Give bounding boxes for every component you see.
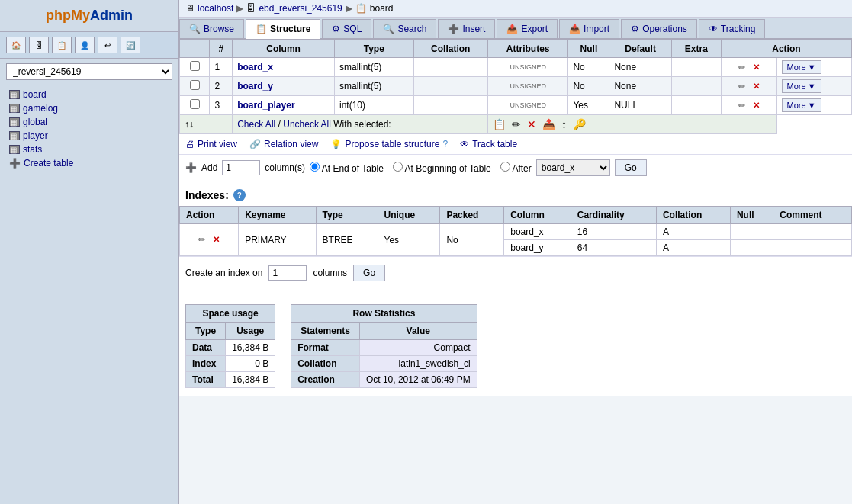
sidebar-item-global[interactable]: ▦ global	[6, 115, 172, 129]
sidebar-item-gamelog[interactable]: ▦ gamelog	[6, 101, 172, 115]
table-icon: ▦	[9, 131, 20, 140]
tab-import-label: Import	[584, 24, 609, 34]
end-of-table-radio[interactable]	[310, 162, 320, 172]
idx-collation-2: A	[656, 240, 730, 256]
col-header-attributes: Attributes	[487, 40, 568, 58]
uncheck-all-link[interactable]: Uncheck All	[283, 119, 331, 130]
columns-label: column(s)	[265, 162, 305, 173]
idx-comment-2	[773, 240, 852, 256]
bulk-delete-icon[interactable]: ✕	[527, 118, 536, 130]
with-selected-label: With selected:	[333, 119, 391, 130]
row1-more: More ▼	[776, 58, 851, 77]
row3-column-link[interactable]: board_player	[237, 100, 294, 111]
row3-delete-icon[interactable]: ✕	[750, 99, 762, 111]
idx-header-null: Null	[730, 207, 773, 224]
breadcrumb-database[interactable]: ebd_reversi_245619	[259, 3, 342, 14]
track-table-link[interactable]: 👁 Track table	[460, 139, 517, 149]
space-data-row: Data 16,384 B	[186, 340, 275, 356]
collation-label: Collation	[291, 356, 360, 372]
row3-checkbox-cell	[180, 96, 210, 115]
idx-header-type: Type	[316, 207, 378, 224]
tab-search[interactable]: 🔍 Search	[373, 19, 436, 38]
row2-edit-icon[interactable]: ✏	[735, 80, 748, 92]
sidebar-home-button[interactable]: 🏠	[6, 37, 26, 53]
format-label: Format	[291, 340, 360, 356]
indexes-help-icon[interactable]: ?	[233, 189, 246, 201]
row2-more-button[interactable]: More ▼	[782, 79, 821, 93]
row3-checkbox[interactable]	[190, 99, 200, 109]
col-header-null: Null	[568, 40, 609, 58]
add-columns-go-button[interactable]: Go	[615, 159, 647, 176]
stats-tables-container: Space usage Type Usage Data 16,	[185, 304, 846, 388]
space-index-row: Index 0 B	[186, 356, 275, 372]
tab-structure[interactable]: 📋 Structure	[246, 19, 320, 39]
database-selector[interactable]: _reversi_245619	[6, 63, 172, 80]
breadcrumb-server[interactable]: localhost	[198, 3, 233, 14]
table-icon: ▦	[9, 90, 20, 99]
bulk-edit-icon[interactable]: ✏	[512, 118, 521, 130]
check-all-link[interactable]: Check All	[237, 119, 275, 130]
row2-column-link[interactable]: board_y	[237, 81, 273, 91]
tab-export[interactable]: 📤 Export	[497, 19, 558, 38]
tab-browse[interactable]: 🔍 Browse	[179, 19, 244, 38]
beginning-of-table-label[interactable]: At Beginning of Table	[393, 162, 491, 174]
create-table-link[interactable]: ➕ Create table	[6, 156, 172, 170]
row3-edit-icon[interactable]: ✏	[735, 99, 748, 111]
row2-checkbox[interactable]	[190, 80, 200, 90]
sidebar-item-board-label: board	[23, 89, 47, 100]
sidebar-user-button[interactable]: 👤	[75, 37, 95, 53]
row1-more-button[interactable]: More ▼	[782, 60, 821, 74]
content-area: # Column Type Collation Attributes Null …	[179, 40, 852, 396]
sidebar-item-stats[interactable]: ▦ stats	[6, 143, 172, 156]
after-radio[interactable]	[500, 162, 510, 172]
after-column-select[interactable]: board_x board_y board_player	[536, 159, 610, 176]
row1-delete-icon[interactable]: ✕	[750, 61, 762, 73]
bulk-move-icon[interactable]: ↕	[561, 118, 567, 130]
app-logo: phpMyAdmin	[0, 0, 178, 32]
tab-insert[interactable]: ➕ Insert	[438, 19, 495, 38]
idx-action-btns: ✏ ✕	[180, 224, 239, 256]
end-of-table-label[interactable]: At End of Table	[310, 162, 384, 174]
row2-delete-icon[interactable]: ✕	[750, 80, 762, 92]
sidebar-table-button[interactable]: 📋	[52, 37, 72, 53]
sidebar-item-gamelog-label: gamelog	[23, 103, 58, 114]
idx-delete-icon[interactable]: ✕	[211, 234, 223, 246]
bulk-index-icon[interactable]: 🔑	[573, 118, 586, 130]
sql-icon: ⚙	[332, 24, 340, 34]
bulk-browse-icon[interactable]: 📋	[493, 118, 506, 130]
sidebar-refresh-button[interactable]: 🔄	[121, 37, 140, 53]
idx-edit-icon[interactable]: ✏	[196, 234, 208, 246]
table-row: 2 board_y smallint(5) UNSIGNED No None ✏…	[180, 77, 852, 96]
create-index-input[interactable]	[268, 265, 307, 281]
add-columns-input[interactable]	[222, 160, 260, 175]
print-view-link[interactable]: 🖨 Print view	[185, 139, 237, 149]
create-index-go-button[interactable]: Go	[353, 265, 385, 281]
creation-label: Creation	[291, 372, 360, 388]
tab-operations[interactable]: ⚙ Operations	[621, 19, 697, 38]
sidebar-exit-button[interactable]: ↩	[98, 37, 117, 53]
indexes-title: Indexes:	[185, 189, 229, 201]
sidebar-item-player[interactable]: ▦ player	[6, 129, 172, 143]
row1-edit-icon[interactable]: ✏	[735, 61, 748, 73]
tab-sql[interactable]: ⚙ SQL	[322, 19, 371, 38]
database-select[interactable]: _reversi_245619	[6, 63, 172, 80]
bulk-export-icon[interactable]: 📤	[542, 118, 555, 130]
row1-checkbox[interactable]	[190, 61, 200, 71]
row1-column-link[interactable]: board_x	[237, 62, 273, 72]
beginning-of-table-radio[interactable]	[393, 162, 403, 172]
sidebar-item-board[interactable]: ▦ board	[6, 88, 172, 101]
tab-tracking[interactable]: 👁 Tracking	[699, 19, 766, 38]
server-icon: 🖥	[185, 3, 195, 14]
creation-value: Oct 10, 2012 at 06:49 PM	[359, 372, 477, 388]
db-icon: 🗄	[246, 3, 256, 14]
tab-import[interactable]: 📥 Import	[559, 19, 619, 38]
row3-more-button[interactable]: More ▼	[782, 98, 821, 112]
row1-collation	[413, 58, 487, 77]
sidebar-db-button[interactable]: 🗄	[29, 37, 49, 53]
create-table-label: Create table	[24, 158, 73, 169]
after-label[interactable]: After	[500, 162, 532, 174]
propose-structure-link[interactable]: 💡 Propose table structure ?	[330, 139, 448, 149]
idx-packed: No	[440, 224, 504, 256]
relation-view-link[interactable]: 🔗 Relation view	[249, 139, 318, 149]
row3-column: board_player	[233, 96, 335, 115]
